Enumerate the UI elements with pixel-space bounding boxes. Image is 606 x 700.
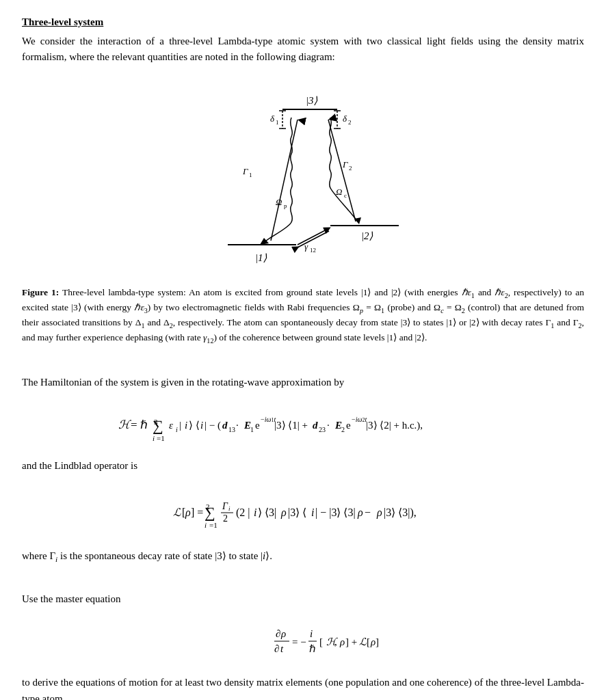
svg-text:Γ: Γ (222, 501, 228, 511)
svg-text:1: 1 (250, 426, 254, 433)
svg-text:c: c (344, 192, 347, 199)
svg-text:1: 1 (249, 172, 252, 178)
svg-text:⟩ ⟨: ⟩ ⟨ (189, 420, 200, 431)
svg-text:γ: γ (304, 241, 308, 252)
svg-text:(2 |: (2 | (236, 507, 250, 519)
svg-text:·: · (236, 420, 239, 431)
master-eq-outro: to derive the equations of motion for at… (22, 674, 584, 701)
svg-text:Γ: Γ (342, 159, 348, 170)
svg-text:]: ] (376, 636, 379, 647)
svg-text:| − (: | − ( (205, 420, 221, 431)
gamma-explanation: where Γi is the spontaneous decay rate o… (22, 548, 584, 565)
svg-text:|1⟩: |1⟩ (255, 252, 267, 263)
svg-text:∂: ∂ (274, 643, 279, 654)
svg-text:i: i (153, 434, 155, 442)
svg-text:2: 2 (223, 513, 228, 524)
svg-line-7 (271, 120, 298, 241)
svg-text:=1: =1 (157, 434, 165, 442)
svg-text:i: i (310, 628, 313, 639)
svg-text:Ω: Ω (336, 187, 342, 197)
page-title: Three-level system (22, 16, 584, 28)
svg-text:p: p (284, 202, 287, 209)
svg-text:23: 23 (319, 426, 326, 433)
svg-text:ρ: ρ (370, 636, 376, 647)
svg-text:13: 13 (228, 426, 235, 433)
svg-text:i: i (176, 426, 178, 433)
svg-text:⟩ ⟨3|: ⟩ ⟨3| (258, 507, 276, 519)
svg-text:|3⟩ ⟨1| +: |3⟩ ⟨1| + (274, 420, 308, 431)
svg-text:|3⟩ ⟨: |3⟩ ⟨ (288, 507, 306, 519)
svg-text:t: t (280, 643, 284, 654)
svg-text:∑: ∑ (153, 417, 163, 434)
svg-text:−: − (365, 507, 371, 518)
svg-text:e: e (255, 420, 260, 431)
svg-text:[: [ (367, 636, 370, 647)
svg-text:Ω: Ω (276, 197, 282, 207)
svg-text:i: i (311, 507, 314, 518)
hamiltonian-intro: The Hamiltonian of the system is given i… (22, 374, 584, 390)
svg-text:=1: =1 (209, 521, 218, 529)
svg-text:|3⟩ ⟨2| + h.c.),: |3⟩ ⟨2| + h.c.), (366, 420, 423, 431)
svg-text:ρ: ρ (280, 628, 286, 639)
svg-text:= −: = − (292, 636, 306, 647)
svg-text:[: [ (319, 636, 323, 647)
svg-text:] =: ] = (191, 507, 203, 518)
svg-text:∑: ∑ (205, 504, 215, 521)
svg-text:i: i (185, 420, 187, 431)
svg-text:δ: δ (270, 113, 275, 124)
svg-line-11 (298, 231, 329, 247)
svg-text:| − |3⟩ ⟨3|: | − |3⟩ ⟨3| (315, 507, 356, 519)
svg-line-10 (298, 228, 329, 245)
svg-text:12: 12 (310, 247, 316, 254)
master-equation: ∂ ρ ∂ t = − i ℏ [ ℋ , ρ ] + ℒ [ ρ ] (22, 617, 584, 664)
svg-text:= ℏ: = ℏ (131, 418, 148, 431)
svg-text:|2⟩: |2⟩ (361, 230, 373, 241)
svg-text:e: e (346, 420, 351, 431)
svg-text:i: i (200, 420, 203, 431)
svg-text:|: | (179, 420, 181, 431)
figure-label: Figure 1: (22, 287, 59, 297)
svg-text:ε: ε (169, 420, 173, 431)
master-eq-intro: Use the master equation (22, 591, 584, 607)
svg-text:ρ: ρ (185, 507, 191, 519)
lindblad-equation: ℒ [ ρ ] = 2 ∑ i =1 Γ i 2 (2 | i ⟩ ⟨3| ρ … (22, 483, 584, 538)
svg-text:i: i (254, 507, 256, 518)
svg-text:ℏ: ℏ (309, 643, 316, 654)
svg-text:1: 1 (276, 119, 279, 126)
svg-text:2: 2 (349, 165, 352, 172)
svg-text:i: i (228, 505, 230, 512)
svg-text:,: , (334, 636, 337, 647)
svg-text:ℋ: ℋ (118, 418, 132, 431)
svg-text:d: d (313, 420, 318, 431)
svg-text:2: 2 (348, 119, 352, 126)
svg-marker-6 (260, 238, 269, 245)
svg-text:ρ: ρ (376, 507, 382, 519)
svg-text:∂: ∂ (276, 628, 280, 639)
diagram-container: |3⟩ |1⟩ |2⟩ (22, 75, 584, 280)
svg-text:δ: δ (343, 113, 347, 124)
svg-text:ρ: ρ (357, 507, 363, 519)
lambda-diagram: |3⟩ |1⟩ |2⟩ (187, 75, 419, 280)
figure-caption: Figure 1: Three-level lambda-type system… (22, 286, 584, 346)
svg-text:|3⟩ ⟨3|),: |3⟩ ⟨3|), (384, 507, 417, 519)
svg-text:|3⟩: |3⟩ (306, 95, 318, 106)
svg-text:d: d (222, 420, 228, 431)
lindblad-intro: and the Lindblad operator is (22, 457, 584, 474)
svg-text:ℒ: ℒ (173, 507, 181, 518)
hamiltonian-equation: ℋ = ℏ 3 ∑ i =1 ε i | i ⟩ ⟨ i | − ( d 13 … (22, 400, 584, 448)
svg-text:] +: ] + (345, 636, 357, 647)
svg-text:−iω2t: −iω2t (352, 416, 367, 423)
svg-text:ρ: ρ (339, 636, 345, 647)
intro-paragraph: We consider the interaction of a three-l… (22, 33, 584, 64)
svg-text:2: 2 (341, 426, 345, 433)
svg-text:i: i (205, 521, 207, 529)
svg-text:·: · (327, 420, 330, 431)
svg-text:ρ: ρ (280, 507, 287, 519)
svg-text:Γ: Γ (242, 166, 248, 176)
